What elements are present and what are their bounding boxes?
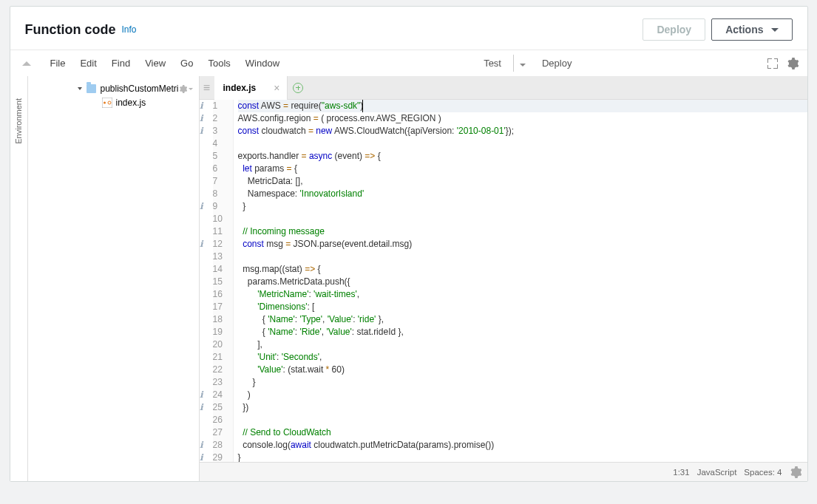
gear-icon[interactable] <box>787 58 799 69</box>
test-dropdown[interactable] <box>514 55 532 71</box>
folder-icon <box>87 84 97 93</box>
ide-body: Environment publishCustomMetri index.js <box>10 76 807 481</box>
deploy-button[interactable]: Deploy <box>643 18 705 41</box>
menu-tools[interactable]: Tools <box>200 53 237 73</box>
chevron-down-icon <box>771 28 779 32</box>
menu-window[interactable]: Window <box>238 53 287 73</box>
menu-view[interactable]: View <box>138 53 173 73</box>
menu-edit[interactable]: Edit <box>72 53 104 73</box>
editor-pane: ≡ index.js × ℹℹℹ ℹ ℹ ℹℹ ℹℹ 1234567891011… <box>200 76 807 481</box>
tree-file[interactable]: index.js <box>28 95 199 110</box>
collapse-up-icon[interactable] <box>22 61 31 66</box>
code-editor[interactable]: ℹℹℹ ℹ ℹ ℹℹ ℹℹ 12345678910111213141516171… <box>200 100 807 462</box>
file-name: index.js <box>116 98 146 108</box>
tree-folder[interactable]: publishCustomMetri <box>28 82 199 95</box>
indent-mode[interactable]: Spaces: 4 <box>744 468 782 477</box>
close-icon[interactable]: × <box>274 82 279 94</box>
chevron-down-icon <box>78 87 82 90</box>
panel-header: Function code Info Deploy Actions <box>10 7 807 50</box>
ide-deploy-button[interactable]: Deploy <box>532 55 582 72</box>
svg-point-1 <box>104 102 106 104</box>
actions-label: Actions <box>725 24 763 35</box>
fullscreen-icon[interactable] <box>767 58 778 69</box>
menu-file[interactable]: File <box>43 53 73 73</box>
test-button[interactable]: Test <box>472 55 514 72</box>
chevron-down-icon <box>520 64 526 67</box>
tab-menu-icon[interactable]: ≡ <box>200 81 214 95</box>
status-bar: 1:31 JavaScript Spaces: 4 <box>200 462 807 481</box>
add-tab-button[interactable] <box>288 83 308 93</box>
js-file-icon <box>102 98 112 108</box>
editor-tabs: ≡ index.js × <box>200 76 807 100</box>
panel-title: Function code <box>25 22 116 38</box>
ide-menubar: FileEditFindViewGoToolsWindow Test Deplo… <box>10 50 807 76</box>
menu-find[interactable]: Find <box>104 53 138 73</box>
cursor-position[interactable]: 1:31 <box>673 468 689 477</box>
plus-icon <box>293 83 303 93</box>
gear-icon[interactable] <box>790 466 801 478</box>
file-tree: publishCustomMetri index.js <box>28 76 200 481</box>
folder-name: publishCustomMetri <box>100 84 178 94</box>
language-mode[interactable]: JavaScript <box>697 468 737 477</box>
menu-go[interactable]: Go <box>173 53 200 73</box>
function-code-panel: Function code Info Deploy Actions FileEd… <box>10 6 808 482</box>
tab-active[interactable]: index.js × <box>214 76 288 100</box>
tree-gear-icon[interactable] <box>179 85 193 93</box>
actions-button[interactable]: Actions <box>711 18 792 41</box>
tab-label: index.js <box>223 83 257 93</box>
environment-label: Environment <box>14 98 23 144</box>
environment-sidebar-tab[interactable]: Environment <box>10 76 28 481</box>
info-link[interactable]: Info <box>122 24 137 35</box>
